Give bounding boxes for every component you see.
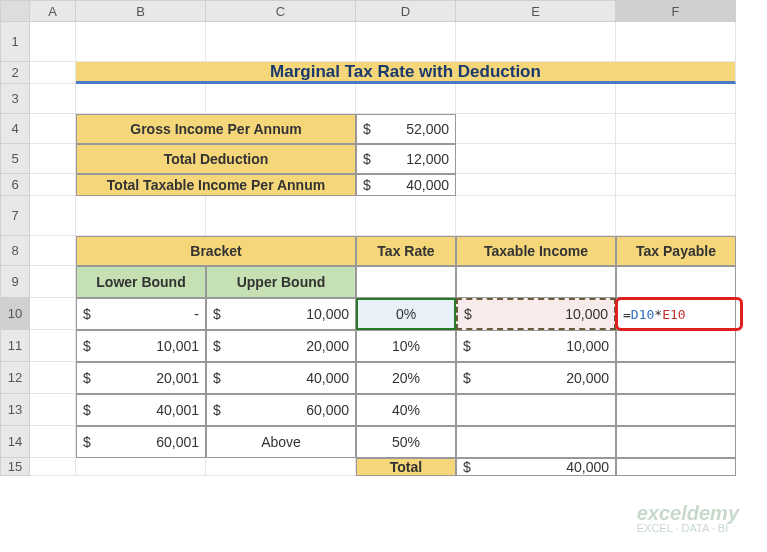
cell-f5[interactable] — [616, 144, 736, 174]
cell-d7[interactable] — [356, 196, 456, 236]
upper-bound-4[interactable]: Above — [206, 426, 356, 458]
lower-bound-0[interactable]: $- — [76, 298, 206, 330]
row-header-8[interactable]: 8 — [0, 236, 30, 266]
cell-a3[interactable] — [30, 84, 76, 114]
cell-a9[interactable] — [30, 266, 76, 298]
row-header-15[interactable]: 15 — [0, 458, 30, 476]
tax-rate-1[interactable]: 10% — [356, 330, 456, 362]
col-header-b[interactable]: B — [76, 0, 206, 22]
cell-a6[interactable] — [30, 174, 76, 196]
cell-f3[interactable] — [616, 84, 736, 114]
cell-e1[interactable] — [456, 22, 616, 62]
col-header-a[interactable]: A — [30, 0, 76, 22]
row-header-7[interactable]: 7 — [0, 196, 30, 236]
cell-f6[interactable] — [616, 174, 736, 196]
upper-bound-3[interactable]: $60,000 — [206, 394, 356, 426]
cell-e6[interactable] — [456, 174, 616, 196]
cell-a8[interactable] — [30, 236, 76, 266]
row-header-4[interactable]: 4 — [0, 114, 30, 144]
currency-symbol: $ — [83, 434, 91, 450]
lower-bound-3[interactable]: $40,001 — [76, 394, 206, 426]
cell-a14[interactable] — [30, 426, 76, 458]
value-text: 60,000 — [306, 402, 349, 418]
col-header-f[interactable]: F — [616, 0, 736, 22]
cell-f7[interactable] — [616, 196, 736, 236]
cell-b3[interactable] — [76, 84, 206, 114]
row-header-1[interactable]: 1 — [0, 22, 30, 62]
taxable-2[interactable]: $20,000 — [456, 362, 616, 394]
cell-b15[interactable] — [76, 458, 206, 476]
row-header-14[interactable]: 14 — [0, 426, 30, 458]
cell-e7[interactable] — [456, 196, 616, 236]
row-header-2[interactable]: 2 — [0, 62, 30, 84]
row-header-11[interactable]: 11 — [0, 330, 30, 362]
taxable-1[interactable]: $10,000 — [456, 330, 616, 362]
watermark: exceldemy EXCEL · DATA · BI — [637, 503, 739, 534]
row-header-9[interactable]: 9 — [0, 266, 30, 298]
cell-f9[interactable] — [616, 266, 736, 298]
value-text: 10,000 — [566, 338, 609, 354]
upper-bound-0[interactable]: $10,000 — [206, 298, 356, 330]
cell-e14[interactable] — [456, 426, 616, 458]
cell-e5[interactable] — [456, 144, 616, 174]
row-header-5[interactable]: 5 — [0, 144, 30, 174]
row-header-3[interactable]: 3 — [0, 84, 30, 114]
upper-bound-2[interactable]: $40,000 — [206, 362, 356, 394]
col-header-d[interactable]: D — [356, 0, 456, 22]
deduction-value[interactable]: $12,000 — [356, 144, 456, 174]
cell-c7[interactable] — [206, 196, 356, 236]
lower-bound-2[interactable]: $20,001 — [76, 362, 206, 394]
cell-e3[interactable] — [456, 84, 616, 114]
value-text: 40,000 — [566, 459, 609, 475]
taxable-0[interactable]: $10,000 — [456, 298, 616, 330]
corner-cell[interactable] — [0, 0, 30, 22]
formula-cell[interactable]: =D10*E10 — [616, 298, 736, 330]
cell-a15[interactable] — [30, 458, 76, 476]
taxable-income-value[interactable]: $40,000 — [356, 174, 456, 196]
cell-c15[interactable] — [206, 458, 356, 476]
cell-f1[interactable] — [616, 22, 736, 62]
cell-f15[interactable] — [616, 458, 736, 476]
tax-rate-2[interactable]: 20% — [356, 362, 456, 394]
cell-a1[interactable] — [30, 22, 76, 62]
value-text: 40,000 — [406, 177, 449, 193]
tax-rate-0[interactable]: 0% — [356, 298, 456, 330]
cell-f12[interactable] — [616, 362, 736, 394]
value-text: 20,001 — [156, 370, 199, 386]
cell-f14[interactable] — [616, 426, 736, 458]
cell-f4[interactable] — [616, 114, 736, 144]
lower-bound-4[interactable]: $60,001 — [76, 426, 206, 458]
gross-income-value[interactable]: $52,000 — [356, 114, 456, 144]
upper-bound-1[interactable]: $20,000 — [206, 330, 356, 362]
row-header-13[interactable]: 13 — [0, 394, 30, 426]
cell-a4[interactable] — [30, 114, 76, 144]
cell-a12[interactable] — [30, 362, 76, 394]
cell-a5[interactable] — [30, 144, 76, 174]
cell-e4[interactable] — [456, 114, 616, 144]
cell-a10[interactable] — [30, 298, 76, 330]
cell-d3[interactable] — [356, 84, 456, 114]
lower-bound-1[interactable]: $10,001 — [76, 330, 206, 362]
col-header-c[interactable]: C — [206, 0, 356, 22]
cell-a13[interactable] — [30, 394, 76, 426]
cell-a11[interactable] — [30, 330, 76, 362]
row-header-6[interactable]: 6 — [0, 174, 30, 196]
cell-a7[interactable] — [30, 196, 76, 236]
tax-rate-4[interactable]: 50% — [356, 426, 456, 458]
col-header-e[interactable]: E — [456, 0, 616, 22]
cell-b7[interactable] — [76, 196, 206, 236]
cell-a2[interactable] — [30, 62, 76, 84]
row-header-12[interactable]: 12 — [0, 362, 30, 394]
cell-c1[interactable] — [206, 22, 356, 62]
cell-d1[interactable] — [356, 22, 456, 62]
cell-e13[interactable] — [456, 394, 616, 426]
tax-rate-3[interactable]: 40% — [356, 394, 456, 426]
cell-c3[interactable] — [206, 84, 356, 114]
cell-f11[interactable] — [616, 330, 736, 362]
cell-e9[interactable] — [456, 266, 616, 298]
cell-f13[interactable] — [616, 394, 736, 426]
cell-d9[interactable] — [356, 266, 456, 298]
cell-b1[interactable] — [76, 22, 206, 62]
total-taxable[interactable]: $40,000 — [456, 458, 616, 476]
row-header-10[interactable]: 10 — [0, 298, 30, 330]
